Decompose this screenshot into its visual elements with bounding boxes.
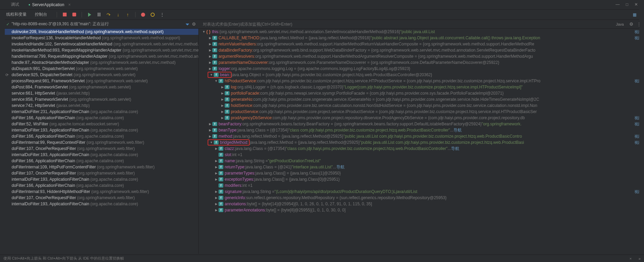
- console-tab[interactable]: 控制台: [35, 12, 47, 17]
- stack-frames-pane[interactable]: doInvoke:209, InvocableHandlerMethod (or…: [0, 29, 199, 254]
- chevron-icon[interactable]: ▶: [208, 128, 212, 132]
- filter-icon[interactable]: ⏷: [185, 22, 190, 27]
- chevron-icon[interactable]: ▶: [208, 36, 212, 40]
- stack-frame[interactable]: service:661, HttpServlet (javax.servlet.…: [0, 90, 198, 96]
- variable-row[interactable]: ▼fbean: java.lang.Object = {com.jdjr.hai…: [199, 72, 644, 78]
- close-button[interactable]: ✕: [633, 1, 639, 8]
- variable-row[interactable]: ▶fannotations: byte[] = {byte[14]@25954}…: [199, 201, 644, 207]
- chevron-icon[interactable]: ▶: [208, 55, 212, 58]
- chevron-icon[interactable]: ▶: [208, 67, 212, 70]
- pause-button[interactable]: [96, 11, 102, 18]
- chevron-icon[interactable]: ▶: [208, 49, 212, 52]
- step-into-button[interactable]: ↓: [115, 11, 122, 18]
- threads-vars-tab[interactable]: 线程和变量: [6, 12, 27, 17]
- step-over-button[interactable]: ↷: [105, 11, 112, 18]
- chevron-icon[interactable]: ▶: [208, 42, 212, 46]
- stop2-button[interactable]: [71, 11, 78, 18]
- chevron-icon[interactable]: ▼: [214, 79, 219, 83]
- variable-row[interactable]: ▶fCALLABLE_METHOD: java.lang.reflect.Met…: [199, 35, 644, 41]
- variable-row[interactable]: ▶fbeanType: java.lang.Class = {@17354} "…: [199, 127, 644, 133]
- stack-frame[interactable]: invokeForRequest:136, InvocableHandlerMe…: [0, 35, 198, 41]
- variable-row[interactable]: ▶fname: java.lang.String = "getProductDu…: [199, 158, 644, 164]
- stack-frame[interactable]: doFilter:52, WsFilter (org.apache.tomcat…: [0, 121, 198, 127]
- stack-frame[interactable]: doDispatch:991, DispatcherServlet (org.s…: [0, 66, 198, 72]
- variable-row[interactable]: fmodifiers: int = 1: [199, 182, 644, 189]
- stack-frame[interactable]: service:742, HttpServlet (javax.servlet.…: [0, 102, 198, 109]
- eval-settings-icon[interactable]: ⚙: [629, 22, 633, 27]
- tab-server-application[interactable]: ServerApplication ×: [24, 1, 75, 9]
- chevron-icon[interactable]: ▶: [208, 135, 212, 138]
- close-icon[interactable]: ×: [68, 2, 71, 7]
- variable-row[interactable]: ▶freturnType: java.lang.Class = {@241} "…: [199, 164, 644, 170]
- stack-frame[interactable]: internalDoFilter:193, ApplicationFilterC…: [0, 176, 198, 182]
- stack-frame[interactable]: service:858, FrameworkServlet (org.sprin…: [0, 96, 198, 102]
- chevron-icon[interactable]: ▶: [214, 159, 219, 163]
- chevron-icon[interactable]: ▶: [214, 165, 219, 169]
- stack-frame[interactable]: ⟳doService:925, DispatcherServlet (org.s…: [0, 72, 198, 78]
- stack-frame[interactable]: handle:87, AbstractHandlerMethodAdapter …: [0, 59, 198, 66]
- variable-row[interactable]: ▶fproductService: com.jdjr.haiyi.pms.pro…: [199, 109, 644, 115]
- evaluate-input[interactable]: [201, 21, 613, 27]
- variables-pane[interactable]: ▼{ }this: {org.springframework.web.servl…: [199, 29, 644, 254]
- variable-row[interactable]: ▶fargumentResolvers: org.springframework…: [199, 53, 644, 59]
- chevron-icon[interactable]: ▼: [201, 30, 206, 33]
- stack-frame[interactable]: handleInternal:799, RequestMappingHandle…: [0, 53, 198, 59]
- chevron-icon[interactable]: ▶: [214, 208, 219, 212]
- step-out-button[interactable]: ↑: [124, 11, 131, 18]
- variable-row[interactable]: ▶fholdService: com.jdjr.haiyi.pms.provid…: [199, 102, 644, 109]
- variable-row[interactable]: ▶fclazz: java.lang.Class = {@17354} "cla…: [199, 146, 644, 152]
- variable-row[interactable]: ▶fbeanFactory: org.springframework.beans…: [199, 121, 644, 127]
- variable-row[interactable]: ▶flogger: org.apache.commons.logging.Log…: [199, 66, 644, 72]
- variable-row[interactable]: ▶fexceptionTypes: java.lang.Class[] = {j…: [199, 176, 644, 182]
- variable-row[interactable]: ▼fhtProductService: com.jdjr.haiyi.pms.p…: [199, 78, 644, 84]
- stack-frame[interactable]: invokeHandlerMethod:893, RequestMappingH…: [0, 47, 198, 53]
- stack-frame[interactable]: doFilter:166, ApplicationFilterChain (or…: [0, 158, 198, 164]
- chevron-icon[interactable]: ▼: [209, 141, 214, 144]
- chevron-icon[interactable]: ▶: [208, 61, 212, 64]
- mute-breakpoints-button[interactable]: [149, 11, 156, 18]
- tab-debug[interactable]: 调试: [6, 0, 24, 9]
- stack-frame[interactable]: doFilter:107, OncePerRequestFilter (org.…: [0, 195, 198, 201]
- breakpoint-button[interactable]: [140, 11, 146, 18]
- variable-row[interactable]: ▶fprodAgencyDbService: com.jdjr.haiyi.pm…: [199, 115, 644, 121]
- variable-row[interactable]: ▶fparameterAnnotations: byte[] = {byte[8…: [199, 207, 644, 213]
- chevron-icon[interactable]: ▶: [214, 190, 219, 193]
- chevron-icon[interactable]: ▶: [220, 110, 225, 113]
- variable-row[interactable]: ▶fgenerateNo: com.jdjr.haiyi.pms.provide…: [199, 96, 644, 102]
- variable-row[interactable]: ▶fdataBinderFactory: org.springframework…: [199, 47, 644, 53]
- stack-frame[interactable]: doFilter:107, OncePerRequestFilter (org.…: [0, 146, 198, 152]
- variable-row[interactable]: ▶flog: org.slf4j.Logger = {ch.qos.logbac…: [199, 84, 644, 90]
- navigate-link[interactable]: 导航: [451, 146, 459, 152]
- stack-frame[interactable]: doFilter:166, ApplicationFilterChain (or…: [0, 133, 198, 139]
- stack-frame[interactable]: internalDoFilter:231, ApplicationFilterC…: [0, 109, 198, 115]
- stack-frame[interactable]: doPost:884, FrameworkServlet (org.spring…: [0, 84, 198, 90]
- chevron-icon[interactable]: ▶: [220, 104, 225, 107]
- chevron-icon[interactable]: ▶: [220, 85, 225, 89]
- variable-row[interactable]: ▶freturnValueHandlers: org.springframewo…: [199, 41, 644, 47]
- stack-frame[interactable]: doFilterInternal:99, RequestContextFilte…: [0, 139, 198, 146]
- settings-icon[interactable]: ⚙: [192, 22, 196, 27]
- maximize-button[interactable]: □: [625, 1, 630, 8]
- variable-row[interactable]: ▼{ }this: {org.springframework.web.servl…: [199, 29, 644, 35]
- variable-row[interactable]: ▶fmethod: java.lang.reflect.Method = {ja…: [199, 133, 644, 139]
- chevron-icon[interactable]: ▼: [209, 73, 214, 77]
- variable-row[interactable]: ▶fparameterNameDiscoverer: org.springfra…: [199, 59, 644, 66]
- variable-row[interactable]: ▼fbridgedMethod: java.lang.reflect.Metho…: [199, 139, 644, 146]
- tip-close-icon[interactable]: ×: [629, 257, 631, 261]
- navigate-link[interactable]: 导航: [336, 164, 345, 170]
- variable-row[interactable]: ▶fgenericInfo: sun.reflect.generics.repo…: [199, 195, 644, 201]
- stack-frame[interactable]: doFilter:166, ApplicationFilterChain (or…: [0, 115, 198, 121]
- more-button[interactable]: ⋮: [159, 11, 166, 18]
- chevron-icon[interactable]: ▶: [214, 147, 219, 150]
- chevron-icon[interactable]: ▶: [214, 202, 219, 206]
- variable-row[interactable]: ▶fportfolioFacade: com.jdjr.haiyi.pms.ne…: [199, 90, 644, 96]
- stop-button[interactable]: [61, 11, 68, 18]
- chevron-icon[interactable]: ▶: [220, 116, 225, 120]
- stack-frame[interactable]: doFilterInternal:93, HiddenHttpMethodFil…: [0, 189, 198, 195]
- stack-frame[interactable]: doFilter:166, ApplicationFilterChain (or…: [0, 182, 198, 189]
- chevron-icon[interactable]: ▶: [214, 196, 219, 199]
- chevron-icon[interactable]: ▶: [220, 98, 225, 101]
- chevron-icon[interactable]: ▶: [208, 122, 212, 126]
- variable-row[interactable]: ▶fparameterTypes: java.lang.Class[] = {j…: [199, 170, 644, 176]
- stack-frame[interactable]: processRequest:981, FrameworkServlet (or…: [0, 78, 198, 84]
